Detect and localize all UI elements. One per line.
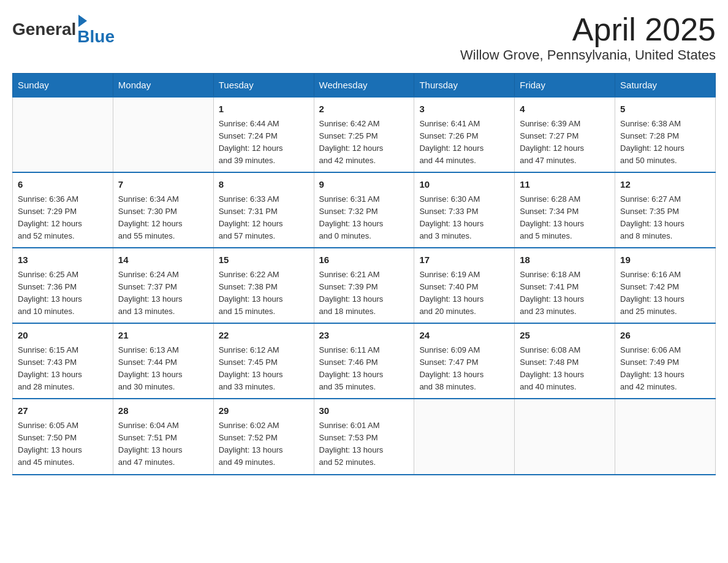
day-number: 25 [520,329,610,343]
day-number: 15 [219,253,309,267]
logo-general-text: General [12,20,76,39]
calendar-cell: 16Sunrise: 6:21 AMSunset: 7:39 PMDayligh… [314,248,414,323]
day-info: Sunrise: 6:22 AMSunset: 7:38 PMDaylight:… [219,269,309,318]
calendar-cell: 6Sunrise: 6:36 AMSunset: 7:29 PMDaylight… [13,172,113,248]
day-info: Sunrise: 6:02 AMSunset: 7:52 PMDaylight:… [219,419,309,469]
calendar-cell [515,399,615,474]
day-number: 24 [419,329,509,343]
day-number: 9 [319,178,409,192]
day-info: Sunrise: 6:05 AMSunset: 7:50 PMDaylight:… [18,419,108,469]
calendar-cell [615,399,716,474]
location-title: Willow Grove, Pennsylvania, United State… [460,47,716,63]
day-number: 28 [118,404,208,418]
calendar-cell: 29Sunrise: 6:02 AMSunset: 7:52 PMDayligh… [213,399,314,474]
calendar-cell: 1Sunrise: 6:44 AMSunset: 7:24 PMDaylight… [213,97,314,172]
weekday-header-row: SundayMondayTuesdayWednesdayThursdayFrid… [13,74,716,98]
calendar-cell: 15Sunrise: 6:22 AMSunset: 7:38 PMDayligh… [213,248,314,323]
day-info: Sunrise: 6:38 AMSunset: 7:28 PMDaylight:… [620,118,710,167]
day-number: 22 [219,329,309,343]
logo: General Blue [12,12,115,47]
calendar-cell: 2Sunrise: 6:42 AMSunset: 7:25 PMDaylight… [314,97,414,172]
day-info: Sunrise: 6:41 AMSunset: 7:26 PMDaylight:… [419,118,509,167]
weekday-header-monday: Monday [113,74,213,98]
calendar-cell: 12Sunrise: 6:27 AMSunset: 7:35 PMDayligh… [615,172,716,248]
weekday-header-sunday: Sunday [13,74,113,98]
calendar-cell: 28Sunrise: 6:04 AMSunset: 7:51 PMDayligh… [113,399,213,474]
day-info: Sunrise: 6:01 AMSunset: 7:53 PMDaylight:… [319,419,409,469]
calendar-cell: 4Sunrise: 6:39 AMSunset: 7:27 PMDaylight… [515,97,615,172]
day-info: Sunrise: 6:15 AMSunset: 7:43 PMDaylight:… [18,344,108,394]
calendar-cell: 24Sunrise: 6:09 AMSunset: 7:47 PMDayligh… [414,323,515,399]
day-number: 6 [18,178,108,192]
calendar-body: 1Sunrise: 6:44 AMSunset: 7:24 PMDaylight… [13,97,716,474]
day-number: 2 [319,102,409,117]
day-info: Sunrise: 6:09 AMSunset: 7:47 PMDaylight:… [419,344,509,394]
page-header: General Blue April 2025 Willow Grove, Pe… [12,12,716,63]
calendar-table: SundayMondayTuesdayWednesdayThursdayFrid… [12,73,716,475]
calendar-cell: 22Sunrise: 6:12 AMSunset: 7:45 PMDayligh… [213,323,314,399]
calendar-cell [13,97,113,172]
calendar-week-4: 20Sunrise: 6:15 AMSunset: 7:43 PMDayligh… [13,323,716,399]
day-info: Sunrise: 6:30 AMSunset: 7:33 PMDaylight:… [419,193,509,243]
calendar-cell: 5Sunrise: 6:38 AMSunset: 7:28 PMDaylight… [615,97,716,172]
calendar-cell: 19Sunrise: 6:16 AMSunset: 7:42 PMDayligh… [615,248,716,323]
calendar-cell: 30Sunrise: 6:01 AMSunset: 7:53 PMDayligh… [314,399,414,474]
calendar-cell: 11Sunrise: 6:28 AMSunset: 7:34 PMDayligh… [515,172,615,248]
day-info: Sunrise: 6:33 AMSunset: 7:31 PMDaylight:… [219,193,309,243]
day-info: Sunrise: 6:28 AMSunset: 7:34 PMDaylight:… [520,193,610,243]
calendar-cell: 26Sunrise: 6:06 AMSunset: 7:49 PMDayligh… [615,323,716,399]
weekday-header-thursday: Thursday [414,74,515,98]
day-info: Sunrise: 6:19 AMSunset: 7:40 PMDaylight:… [419,269,509,318]
day-info: Sunrise: 6:04 AMSunset: 7:51 PMDaylight:… [118,419,208,469]
day-info: Sunrise: 6:12 AMSunset: 7:45 PMDaylight:… [219,344,309,394]
day-info: Sunrise: 6:18 AMSunset: 7:41 PMDaylight:… [520,269,610,318]
weekday-header-friday: Friday [515,74,615,98]
day-info: Sunrise: 6:16 AMSunset: 7:42 PMDaylight:… [620,269,710,318]
calendar-cell: 21Sunrise: 6:13 AMSunset: 7:44 PMDayligh… [113,323,213,399]
day-number: 20 [18,329,108,343]
logo-arrow-icon [78,15,87,27]
calendar-cell: 10Sunrise: 6:30 AMSunset: 7:33 PMDayligh… [414,172,515,248]
day-number: 10 [419,178,509,192]
day-number: 12 [620,178,710,192]
day-number: 1 [219,102,309,117]
weekday-header-tuesday: Tuesday [213,74,314,98]
day-info: Sunrise: 6:13 AMSunset: 7:44 PMDaylight:… [118,344,208,394]
calendar-cell: 23Sunrise: 6:11 AMSunset: 7:46 PMDayligh… [314,323,414,399]
day-info: Sunrise: 6:44 AMSunset: 7:24 PMDaylight:… [219,118,309,167]
calendar-cell [414,399,515,474]
day-info: Sunrise: 6:42 AMSunset: 7:25 PMDaylight:… [319,118,409,167]
day-number: 8 [219,178,309,192]
day-number: 26 [620,329,710,343]
day-info: Sunrise: 6:34 AMSunset: 7:30 PMDaylight:… [118,193,208,243]
calendar-cell: 25Sunrise: 6:08 AMSunset: 7:48 PMDayligh… [515,323,615,399]
calendar-cell: 14Sunrise: 6:24 AMSunset: 7:37 PMDayligh… [113,248,213,323]
day-info: Sunrise: 6:31 AMSunset: 7:32 PMDaylight:… [319,193,409,243]
day-number: 18 [520,253,610,267]
day-info: Sunrise: 6:25 AMSunset: 7:36 PMDaylight:… [18,269,108,318]
day-number: 23 [319,329,409,343]
day-number: 16 [319,253,409,267]
weekday-header-wednesday: Wednesday [314,74,414,98]
title-area: April 2025 Willow Grove, Pennsylvania, U… [460,12,716,63]
day-number: 13 [18,253,108,267]
day-number: 27 [18,404,108,418]
calendar-cell: 17Sunrise: 6:19 AMSunset: 7:40 PMDayligh… [414,248,515,323]
calendar-week-3: 13Sunrise: 6:25 AMSunset: 7:36 PMDayligh… [13,248,716,323]
day-info: Sunrise: 6:21 AMSunset: 7:39 PMDaylight:… [319,269,409,318]
calendar-cell: 7Sunrise: 6:34 AMSunset: 7:30 PMDaylight… [113,172,213,248]
day-number: 19 [620,253,710,267]
logo-blue-text: Blue [77,27,115,47]
day-number: 5 [620,102,710,117]
calendar-cell: 13Sunrise: 6:25 AMSunset: 7:36 PMDayligh… [13,248,113,323]
day-number: 14 [118,253,208,267]
day-number: 21 [118,329,208,343]
calendar-cell: 20Sunrise: 6:15 AMSunset: 7:43 PMDayligh… [13,323,113,399]
day-number: 3 [419,102,509,117]
day-info: Sunrise: 6:11 AMSunset: 7:46 PMDaylight:… [319,344,409,394]
calendar-cell: 27Sunrise: 6:05 AMSunset: 7:50 PMDayligh… [13,399,113,474]
calendar-week-5: 27Sunrise: 6:05 AMSunset: 7:50 PMDayligh… [13,399,716,474]
calendar-week-2: 6Sunrise: 6:36 AMSunset: 7:29 PMDaylight… [13,172,716,248]
day-info: Sunrise: 6:36 AMSunset: 7:29 PMDaylight:… [18,193,108,243]
day-info: Sunrise: 6:24 AMSunset: 7:37 PMDaylight:… [118,269,208,318]
